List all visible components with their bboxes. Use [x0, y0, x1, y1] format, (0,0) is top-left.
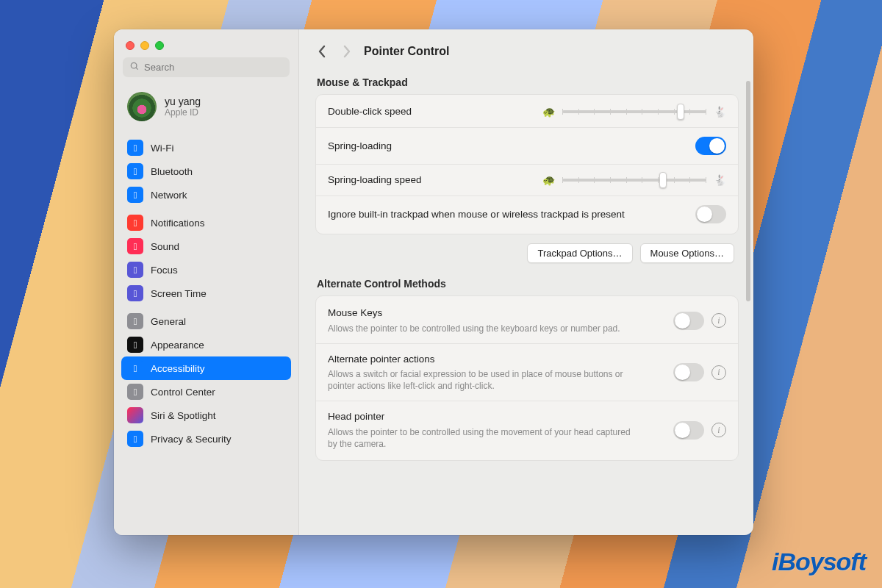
sidebar-item-wifi[interactable]: 􀙇Wi-Fi [121, 136, 291, 159]
forward-button[interactable] [339, 41, 355, 62]
sidebar-item-label: Notifications [151, 218, 205, 229]
apple-id-row[interactable]: yu yang Apple ID [114, 86, 298, 132]
sidebar-item-label: Screen Time [151, 288, 207, 299]
account-name: yu yang [165, 96, 201, 107]
head-pointer-label: Head pointer [328, 410, 637, 423]
head-pointer-toggle[interactable] [673, 421, 704, 440]
section-alternate-title: Alternate Control Methods [317, 278, 737, 290]
scrollbar-indicator[interactable] [746, 81, 750, 301]
mouse-keys-desc: Allows the pointer to be controlled usin… [328, 323, 620, 334]
siri-icon [127, 407, 143, 423]
search-icon [129, 61, 140, 74]
avatar [127, 92, 157, 121]
sidebar-item-label: Bluetooth [151, 166, 193, 177]
double-click-speed-label: Double-click speed [328, 105, 412, 118]
spring-loading-toggle[interactable] [695, 137, 726, 155]
alt-pointer-info-icon[interactable]: i [711, 365, 726, 380]
tortoise-icon: 🐢 [542, 106, 555, 118]
mouse-options-button[interactable]: Mouse Options… [640, 243, 734, 263]
sidebar-item-label: Sound [151, 241, 179, 252]
row-spring-loading-speed: Spring-loading speed 🐢 🐇 [316, 165, 738, 196]
ignore-trackpad-label: Ignore built-in trackpad when mouse or w… [328, 208, 625, 221]
minimize-window-button[interactable] [140, 41, 149, 50]
alternate-methods-card: Mouse Keys Allows the pointer to be cont… [315, 295, 739, 461]
sidebar-item-siri[interactable]: Siri & Spotlight [121, 404, 291, 427]
mouse-trackpad-card: Double-click speed 🐢 🐇 Spring-loading Sp… [315, 94, 739, 234]
back-button[interactable] [314, 41, 330, 62]
sidebar-item-label: Privacy & Security [151, 434, 232, 445]
sidebar-item-label: Appearance [151, 340, 204, 351]
sidebar-item-privacy[interactable]: 􀉼Privacy & Security [121, 427, 291, 451]
content-scroll[interactable]: Mouse & Trackpad Double-click speed 🐢 🐇 … [299, 72, 753, 535]
search-input[interactable] [144, 62, 283, 73]
sidebar-item-general[interactable]: 􀍟General [121, 309, 291, 333]
row-head-pointer: Head pointer Allows the pointer to be co… [316, 401, 738, 459]
sidebar-item-appearance[interactable]: 􀀻Appearance [121, 333, 291, 356]
sidebar-item-label: Siri & Spotlight [151, 410, 216, 421]
main-panel: Pointer Control Mouse & Trackpad Double-… [299, 29, 753, 535]
appearance-icon: 􀀻 [127, 337, 143, 353]
sidebar-item-screentime[interactable]: 􀐫Screen Time [121, 282, 291, 305]
sidebar-item-sound[interactable]: 􀊨Sound [121, 234, 291, 258]
options-button-row: Trackpad Options… Mouse Options… [315, 234, 739, 265]
spring-loading-label: Spring-loading [328, 140, 392, 153]
watermark: iBoysoft [772, 548, 866, 576]
row-alt-pointer: Alternate pointer actions Allows a switc… [316, 344, 738, 402]
svg-point-0 [131, 62, 137, 68]
settings-window: yu yang Apple ID 􀙇Wi-Fi􀖀Bluetooth􀤆Networ… [114, 29, 753, 535]
sidebar-item-label: Network [151, 190, 187, 201]
sidebar-item-controlcenter[interactable]: 􀜊Control Center [121, 380, 291, 404]
mouse-keys-toggle[interactable] [673, 312, 704, 330]
sidebar-item-label: Wi-Fi [151, 143, 173, 154]
sidebar-item-label: Control Center [151, 387, 215, 398]
general-icon: 􀍟 [127, 313, 143, 329]
mouse-keys-info-icon[interactable]: i [711, 313, 726, 328]
trackpad-options-button[interactable]: Trackpad Options… [527, 243, 632, 263]
account-sub: Apple ID [165, 107, 201, 118]
svg-line-1 [136, 68, 138, 70]
main-header: Pointer Control [299, 29, 753, 72]
sidebar-item-network[interactable]: 􀤆Network [121, 183, 291, 207]
sidebar-item-label: Focus [151, 265, 178, 276]
controlcenter-icon: 􀜊 [127, 384, 143, 400]
section-mouse-trackpad-title: Mouse & Trackpad [317, 76, 737, 88]
sidebar-item-focus[interactable]: 􀆺Focus [121, 258, 291, 282]
alt-pointer-toggle[interactable] [673, 363, 704, 381]
hare-icon: 🐇 [714, 106, 726, 118]
accessibility-icon: 􀕽 [127, 360, 143, 376]
mouse-keys-label: Mouse Keys [328, 306, 620, 320]
spring-loading-speed-label: Spring-loading speed [328, 173, 422, 187]
row-spring-loading: Spring-loading [316, 128, 738, 165]
row-ignore-trackpad: Ignore built-in trackpad when mouse or w… [316, 196, 738, 232]
sidebar: yu yang Apple ID 􀙇Wi-Fi􀖀Bluetooth􀤆Networ… [114, 29, 299, 535]
sidebar-item-notifications[interactable]: 􀋚Notifications [121, 211, 291, 234]
hare-icon: 🐇 [714, 174, 726, 186]
focus-icon: 􀆺 [127, 262, 143, 278]
tortoise-icon: 🐢 [542, 174, 555, 186]
sound-icon: 􀊨 [127, 238, 143, 254]
sidebar-item-accessibility[interactable]: 􀕽Accessibility [121, 356, 291, 380]
search-field[interactable] [123, 57, 290, 77]
network-icon: 􀤆 [127, 187, 143, 203]
window-controls [114, 37, 298, 57]
alt-pointer-label: Alternate pointer actions [328, 353, 637, 366]
head-pointer-desc: Allows the pointer to be controlled usin… [328, 426, 637, 450]
double-click-speed-slider[interactable]: 🐢 🐇 [542, 106, 726, 118]
wifi-icon: 􀙇 [127, 140, 143, 156]
screentime-icon: 􀐫 [127, 285, 143, 301]
sidebar-item-label: General [151, 316, 186, 327]
privacy-icon: 􀉼 [127, 431, 143, 447]
sidebar-item-bluetooth[interactable]: 􀖀Bluetooth [121, 159, 291, 183]
page-title: Pointer Control [364, 45, 449, 58]
zoom-window-button[interactable] [155, 41, 164, 50]
close-window-button[interactable] [126, 41, 135, 50]
spring-loading-speed-slider[interactable]: 🐢 🐇 [542, 174, 726, 186]
bluetooth-icon: 􀖀 [127, 163, 143, 179]
head-pointer-info-icon[interactable]: i [711, 423, 726, 437]
row-mouse-keys: Mouse Keys Allows the pointer to be cont… [316, 298, 738, 343]
row-double-click-speed: Double-click speed 🐢 🐇 [316, 96, 738, 128]
notifications-icon: 􀋚 [127, 215, 143, 231]
sidebar-nav: 􀙇Wi-Fi􀖀Bluetooth􀤆Network􀋚Notifications􀊨S… [114, 132, 298, 535]
ignore-trackpad-toggle[interactable] [695, 205, 726, 223]
alt-pointer-desc: Allows a switch or facial expression to … [328, 368, 637, 392]
